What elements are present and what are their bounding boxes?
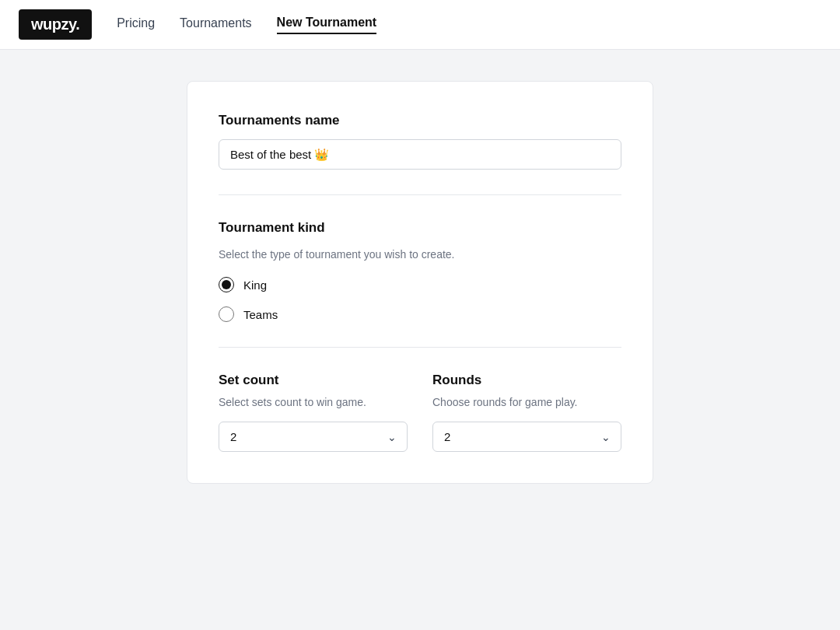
set-count-label: Set count — [219, 373, 408, 388]
set-count-select-wrapper: 1 2 3 4 5 ⌄ — [219, 422, 408, 452]
logo[interactable]: wupzy. — [19, 9, 92, 40]
two-col-layout: Set count Select sets count to win game.… — [219, 373, 621, 452]
radio-teams-input[interactable] — [219, 306, 234, 322]
set-count-description: Select sets count to win game. — [219, 394, 408, 411]
form-panel: Tournaments name Tournament kind Select … — [187, 81, 653, 484]
nav-pricing[interactable]: Pricing — [117, 16, 155, 33]
tournament-name-section: Tournaments name — [219, 113, 621, 195]
radio-teams[interactable]: Teams — [219, 306, 621, 322]
rounds-select[interactable]: 1 2 3 4 5 — [432, 422, 621, 452]
radio-king-label: King — [243, 278, 267, 292]
tournament-kind-radio-group: King Teams — [219, 277, 621, 322]
rounds-description: Choose rounds for game play. — [432, 394, 621, 411]
nav-links: Pricing Tournaments New Tournament — [117, 16, 376, 34]
tournament-kind-label: Tournament kind — [219, 220, 621, 236]
tournament-kind-description: Select the type of tournament you wish t… — [219, 247, 621, 263]
rounds-select-wrapper: 1 2 3 4 5 ⌄ — [432, 422, 621, 452]
tournament-kind-section: Tournament kind Select the type of tourn… — [219, 220, 621, 348]
set-count-select[interactable]: 1 2 3 4 5 — [219, 422, 408, 452]
rounds-label: Rounds — [432, 373, 621, 388]
tournament-name-label: Tournaments name — [219, 113, 621, 128]
rounds-col: Rounds Choose rounds for game play. 1 2 … — [432, 373, 621, 452]
page-content: Tournaments name Tournament kind Select … — [0, 50, 840, 515]
set-count-col: Set count Select sets count to win game.… — [219, 373, 408, 452]
nav-new-tournament[interactable]: New Tournament — [277, 16, 377, 34]
radio-teams-label: Teams — [243, 308, 278, 321]
tournament-name-input[interactable] — [219, 139, 621, 170]
set-rounds-section: Set count Select sets count to win game.… — [219, 373, 621, 452]
radio-king[interactable]: King — [219, 277, 621, 292]
navbar: wupzy. Pricing Tournaments New Tournamen… — [0, 0, 840, 50]
nav-tournaments[interactable]: Tournaments — [180, 16, 252, 33]
radio-king-input[interactable] — [219, 277, 234, 292]
